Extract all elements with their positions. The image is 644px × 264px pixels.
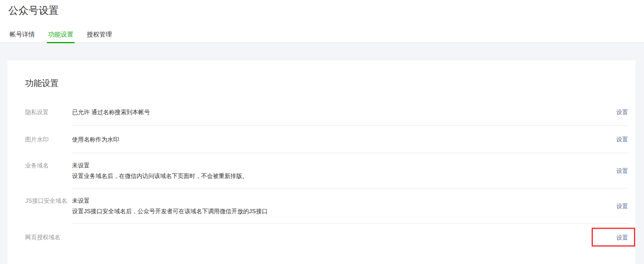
settings-row-image-watermark: 图片水印 使用名称作为水印 设置 bbox=[25, 126, 628, 153]
page-body: 功能设置 隐私设置 已允许 通过名称搜索到本帐号 设置 图片水印 使用名称作为水… bbox=[0, 43, 644, 264]
row-value-business-domain: 未设置 bbox=[72, 161, 616, 170]
row-label-business-domain: 业务域名 bbox=[25, 153, 72, 188]
tab-authorization-management[interactable]: 授权管理 bbox=[85, 30, 113, 43]
card-heading: 功能设置 bbox=[25, 77, 628, 89]
row-label-image-watermark: 图片水印 bbox=[25, 126, 72, 153]
tab-bar: 帐号详情 功能设置 授权管理 bbox=[0, 30, 644, 43]
settings-row-webpage-auth-domain: 网页授权域名 设置 bbox=[25, 224, 628, 251]
settings-row-js-api-domain: JS接口安全域名 未设置 设置JS接口安全域名后，公众号开发者可在该域名下调用微… bbox=[25, 188, 628, 224]
row-desc-business-domain: 设置业务域名后，在微信内访问该域名下页面时，不会被重新排版。 bbox=[72, 172, 616, 180]
row-desc-js-api-domain: 设置JS接口安全域名后，公众号开发者可在该域名下调用微信开放的JS接口 bbox=[72, 207, 616, 215]
row-label-webpage-auth-domain: 网页授权域名 bbox=[25, 224, 72, 251]
page-title: 公众号设置 bbox=[0, 3, 644, 18]
settings-link-privacy[interactable]: 设置 bbox=[616, 108, 628, 116]
page-header: 公众号设置 帐号详情 功能设置 授权管理 bbox=[0, 0, 644, 43]
row-value-image-watermark: 使用名称作为水印 bbox=[72, 135, 616, 144]
highlight-annotation-box: 设置 bbox=[592, 228, 635, 247]
settings-link-image-watermark[interactable]: 设置 bbox=[616, 135, 628, 144]
function-settings-card: 功能设置 隐私设置 已允许 通过名称搜索到本帐号 设置 图片水印 使用名称作为水… bbox=[8, 60, 636, 264]
tab-account-details[interactable]: 帐号详情 bbox=[8, 30, 36, 43]
settings-row-privacy: 隐私设置 已允许 通过名称搜索到本帐号 设置 bbox=[25, 99, 628, 126]
tab-function-settings[interactable]: 功能设置 bbox=[47, 30, 75, 43]
row-label-js-api-domain: JS接口安全域名 bbox=[25, 188, 72, 224]
row-value-privacy: 已允许 通过名称搜索到本帐号 bbox=[72, 108, 616, 116]
settings-link-js-api-domain[interactable]: 设置 bbox=[616, 202, 628, 210]
settings-row-business-domain: 业务域名 未设置 设置业务域名后，在微信内访问该域名下页面时，不会被重新排版。 … bbox=[25, 153, 628, 188]
settings-link-webpage-auth-domain[interactable]: 设置 bbox=[616, 233, 628, 241]
row-value-js-api-domain: 未设置 bbox=[72, 196, 616, 205]
settings-link-business-domain[interactable]: 设置 bbox=[616, 167, 628, 175]
row-label-privacy: 隐私设置 bbox=[25, 99, 72, 126]
